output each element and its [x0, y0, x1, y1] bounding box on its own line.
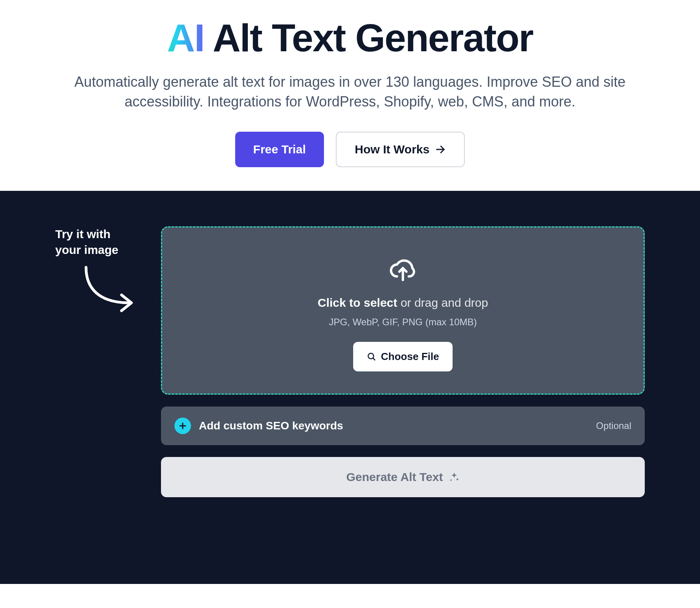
hint-text: Try it withyour image [55, 226, 142, 258]
how-it-works-button[interactable]: How It Works [336, 132, 465, 167]
dropzone-instruction: Click to select or drag and drop [178, 296, 628, 310]
upload-section: Try it withyour image Click to sele [0, 191, 700, 584]
choose-file-button[interactable]: Choose File [353, 342, 452, 371]
page-title: AI Alt Text Generator [32, 16, 668, 60]
file-dropzone[interactable]: Click to select or drag and drop JPG, We… [161, 226, 645, 395]
page-subtitle: Automatically generate alt text for imag… [46, 72, 654, 112]
curved-arrow-icon [82, 265, 142, 314]
svg-line-3 [373, 358, 375, 360]
seo-keywords-toggle[interactable]: Add custom SEO keywords Optional [161, 407, 645, 445]
dropzone-formats: JPG, WebP, GIF, PNG (max 10MB) [178, 317, 628, 328]
optional-badge: Optional [596, 420, 631, 431]
cta-row: Free Trial How It Works [32, 132, 668, 167]
hint-column: Try it withyour image [55, 226, 142, 314]
hero-section: AI Alt Text Generator Automatically gene… [0, 0, 700, 191]
cloud-upload-icon [178, 255, 628, 285]
main-column: Click to select or drag and drop JPG, We… [161, 226, 645, 497]
free-trial-button[interactable]: Free Trial [235, 132, 324, 167]
title-ai-gradient: AI [167, 16, 204, 60]
plus-circle-icon [174, 418, 191, 434]
search-icon [367, 352, 376, 361]
generate-alt-text-button[interactable]: Generate Alt Text [161, 457, 645, 497]
arrow-right-icon [435, 144, 446, 155]
seo-keywords-label: Add custom SEO keywords [199, 420, 588, 432]
title-rest: Alt Text Generator [204, 16, 533, 60]
sparkles-icon [449, 472, 460, 483]
